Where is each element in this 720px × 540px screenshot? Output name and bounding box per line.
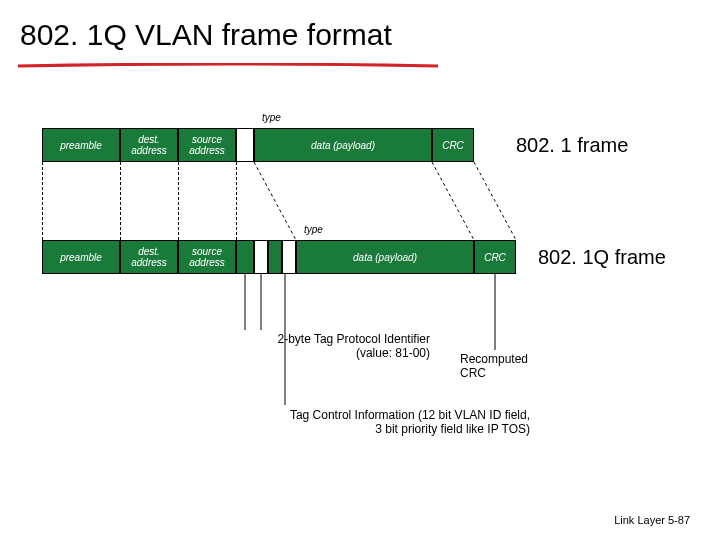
frame2-label: 802. 1Q frame xyxy=(538,246,666,269)
f2-source: source address xyxy=(178,240,236,274)
f2-tci1 xyxy=(268,240,282,274)
f2-dest: dest. address xyxy=(120,240,178,274)
svg-line-2 xyxy=(474,162,516,240)
f1-source: source address xyxy=(178,128,236,162)
guide-2 xyxy=(120,162,121,240)
f2-tpid1 xyxy=(236,240,254,274)
guide-3 xyxy=(178,162,179,240)
f2-data: data (payload) xyxy=(296,240,474,274)
note-tci: Tag Control Information (12 bit VLAN ID … xyxy=(240,408,530,436)
f1-data: data (payload) xyxy=(254,128,432,162)
type-label-1: type xyxy=(262,112,281,123)
f1-type xyxy=(236,128,254,162)
f2-tpid2 xyxy=(254,240,268,274)
guide-1 xyxy=(42,162,43,240)
page-title: 802. 1Q VLAN frame format xyxy=(20,18,392,52)
svg-line-0 xyxy=(254,162,296,240)
f2-crc: CRC xyxy=(474,240,516,274)
f2-type xyxy=(282,240,296,274)
f1-crc: CRC xyxy=(432,128,474,162)
type-label-2: type xyxy=(304,224,323,235)
f1-preamble: preamble xyxy=(42,128,120,162)
note-tpid: 2-byte Tag Protocol Identifier (value: 8… xyxy=(250,332,430,360)
svg-line-1 xyxy=(432,162,474,240)
note-crc: Recomputed CRC xyxy=(460,352,550,380)
f1-dest: dest. address xyxy=(120,128,178,162)
page-footer: Link Layer 5-87 xyxy=(614,514,690,526)
title-underline xyxy=(18,58,438,64)
frame1-label: 802. 1 frame xyxy=(516,134,628,157)
guide-4 xyxy=(236,162,237,240)
f2-preamble: preamble xyxy=(42,240,120,274)
